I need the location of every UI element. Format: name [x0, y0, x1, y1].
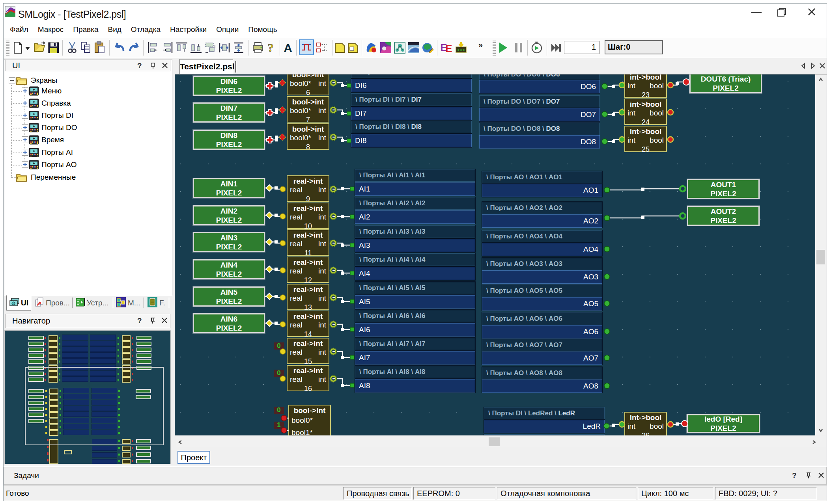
- svg-text:E: E: [445, 43, 452, 54]
- svg-text:?: ?: [268, 41, 274, 54]
- svg-text:A: A: [284, 41, 292, 54]
